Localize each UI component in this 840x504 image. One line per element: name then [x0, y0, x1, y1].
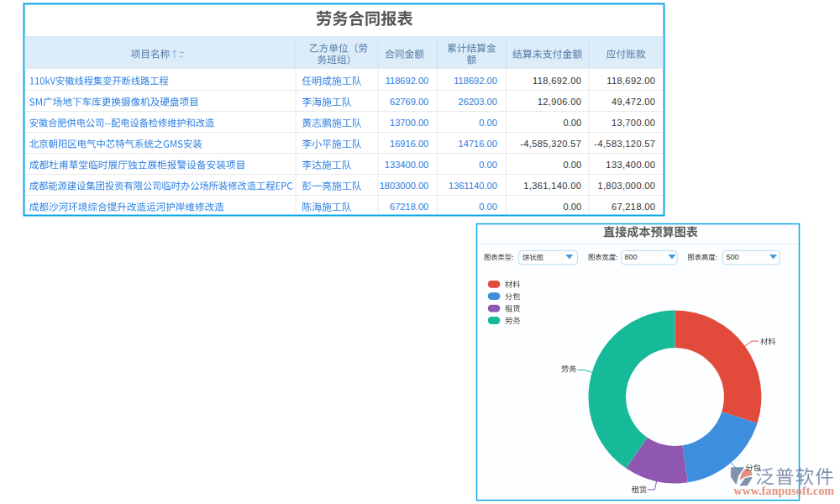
svg-text:118692.00: 118692.00 — [386, 76, 429, 86]
svg-text:13,700.00: 13,700.00 — [612, 118, 656, 128]
svg-text:800: 800 — [625, 253, 638, 261]
svg-text:0.00: 0.00 — [479, 118, 497, 128]
svg-text:www.fanpusoft.com: www.fanpusoft.com — [734, 485, 835, 497]
svg-text:1803000.00: 1803000.00 — [380, 181, 429, 191]
svg-text:133400.00: 133400.00 — [385, 160, 428, 170]
svg-text:0.00: 0.00 — [564, 118, 582, 128]
svg-text:1,361,140.00: 1,361,140.00 — [523, 181, 581, 191]
svg-text:13700.00: 13700.00 — [390, 118, 428, 128]
svg-text:-4,585,320.57: -4,585,320.57 — [520, 139, 581, 149]
svg-text:0.00: 0.00 — [479, 160, 497, 170]
svg-text:500: 500 — [727, 253, 739, 261]
svg-text:118,692.00: 118,692.00 — [606, 76, 655, 86]
svg-text:67218.00: 67218.00 — [390, 202, 428, 212]
svg-text:0.00: 0.00 — [564, 160, 582, 170]
svg-text:118692.00: 118692.00 — [454, 76, 497, 86]
svg-text:12,906.00: 12,906.00 — [538, 97, 582, 107]
svg-text:26203.00: 26203.00 — [459, 97, 497, 107]
svg-text:-4,583,120.57: -4,583,120.57 — [594, 139, 655, 149]
svg-text:67,218.00: 67,218.00 — [612, 202, 656, 212]
svg-text:0.00: 0.00 — [479, 202, 497, 212]
svg-text:133,400.00: 133,400.00 — [606, 160, 655, 170]
svg-text:118,692.00: 118,692.00 — [533, 76, 581, 86]
svg-text:16916.00: 16916.00 — [390, 139, 428, 149]
svg-text:0.00: 0.00 — [564, 202, 582, 212]
svg-text:62769.00: 62769.00 — [390, 97, 428, 107]
svg-text:14716.00: 14716.00 — [459, 139, 497, 149]
svg-text:49,472.00: 49,472.00 — [612, 97, 656, 107]
svg-text:1361140.00: 1361140.00 — [449, 181, 497, 191]
svg-text:1,803,000.00: 1,803,000.00 — [597, 181, 655, 191]
